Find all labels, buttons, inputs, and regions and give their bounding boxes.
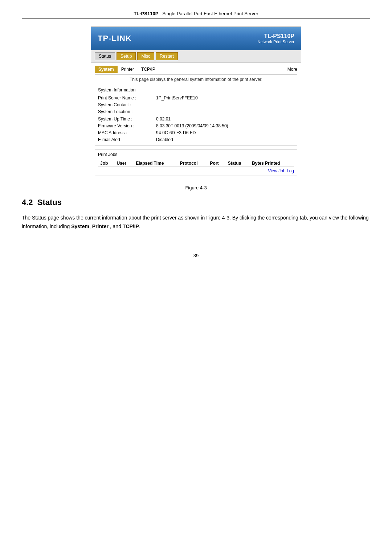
tab-row-left: System Printer TCP/IP (95, 66, 159, 73)
view-job-log-link[interactable]: View Job Log (98, 168, 294, 173)
tab-printer[interactable]: Printer (118, 66, 138, 73)
tab-system[interactable]: System (95, 66, 118, 73)
info-row-email-alert: E-mail Alert : Disabled (98, 136, 294, 143)
jobs-table: Job User Elapsed Time Protocol Port Stat… (98, 160, 294, 167)
label-system-contact: System Contact : (98, 102, 156, 108)
doc-model: TL-PS110P (134, 11, 158, 16)
label-system-location: System Location : (98, 108, 156, 115)
figure-container: TP-LINK TL-PS110P Network Print Server S… (91, 26, 301, 179)
info-row-mac-address: MAC Address : 94-0C-6D-F3-D6-FD (98, 130, 294, 136)
tp-link-header: TP-LINK TL-PS110P Network Print Server (91, 27, 301, 50)
nav-status-button[interactable]: Status (95, 52, 115, 60)
figure-caption: Figure 4-3 (22, 185, 370, 190)
bold-tcpip: TCP/IP (123, 223, 139, 229)
info-row-firmware-version: Firmware Version : 8.03.30T 0013 (2009/0… (98, 123, 294, 130)
value-print-server-name: 1P_PrintServFFEE10 (156, 95, 198, 102)
section-title: Status (37, 198, 62, 207)
label-system-uptime: System Up Time : (98, 116, 156, 123)
nav-setup-button[interactable]: Setup (117, 52, 136, 60)
page-number: 39 (22, 253, 370, 258)
bold-system: System (71, 223, 89, 229)
tp-link-logo: TP-LINK (98, 34, 132, 43)
tab-row: System Printer TCP/IP More (95, 66, 297, 75)
info-row-print-server-name: Print Server Name : 1P_PrintServFFEE10 (98, 95, 294, 102)
col-bytes-printed: Bytes Printed (250, 160, 294, 167)
nav-restart-button[interactable]: Restart (156, 52, 178, 60)
col-elapsed-time: Elapsed Time (134, 160, 178, 167)
print-jobs-title: Print Jobs (98, 152, 294, 157)
bold-printer: Printer (92, 223, 109, 229)
nav-bar: Status Setup Misc Restart (91, 50, 301, 63)
col-protocol: Protocol (178, 160, 208, 167)
product-model: TL-PS110P (258, 33, 294, 40)
col-status: Status (226, 160, 250, 167)
tp-link-product-info: TL-PS110P Network Print Server (258, 33, 294, 44)
label-print-server-name: Print Server Name : (98, 95, 156, 102)
label-mac-address: MAC Address : (98, 130, 156, 136)
value-email-alert: Disabled (156, 136, 173, 143)
description-text: This page displays the general system in… (95, 77, 297, 82)
col-user: User (114, 160, 134, 167)
value-system-uptime: 0:02:01 (156, 116, 171, 123)
value-firmware-version: 8.03.30T 0013 (2009/04/09 14:38:50) (156, 123, 228, 130)
content-area: System Printer TCP/IP More This page dis… (91, 63, 301, 179)
section-heading: 4.2 Status (22, 198, 370, 209)
info-row-system-contact: System Contact : (98, 102, 294, 108)
info-row-system-uptime: System Up Time : 0:02:01 (98, 116, 294, 123)
label-email-alert: E-mail Alert : (98, 136, 156, 143)
doc-header-text: TL-PS110P Single Parallel Port Fast Ethe… (134, 11, 258, 16)
body-text-end: , and (110, 223, 121, 229)
tab-tcpip[interactable]: TCP/IP (138, 66, 159, 73)
col-job: Job (98, 160, 114, 167)
doc-title: Single Parallel Port Fast Ethernet Print… (162, 11, 258, 16)
nav-misc-button[interactable]: Misc (137, 52, 154, 60)
product-subtitle: Network Print Server (258, 40, 294, 44)
system-info-section: System Information Print Server Name : 1… (95, 85, 297, 146)
period: . (139, 223, 140, 229)
print-jobs-section: Print Jobs Job User Elapsed Time Protoco… (95, 149, 297, 176)
body-text: The Status page shows the current inform… (22, 214, 370, 231)
info-row-system-location: System Location : (98, 108, 294, 115)
value-mac-address: 94-0C-6D-F3-D6-FD (156, 130, 196, 136)
doc-header: TL-PS110P Single Parallel Port Fast Ethe… (22, 11, 370, 19)
col-port: Port (208, 160, 226, 167)
tab-more[interactable]: More (287, 67, 297, 72)
section-number: 4.2 (22, 198, 33, 207)
system-info-title: System Information (98, 87, 294, 93)
label-firmware-version: Firmware Version : (98, 123, 156, 130)
